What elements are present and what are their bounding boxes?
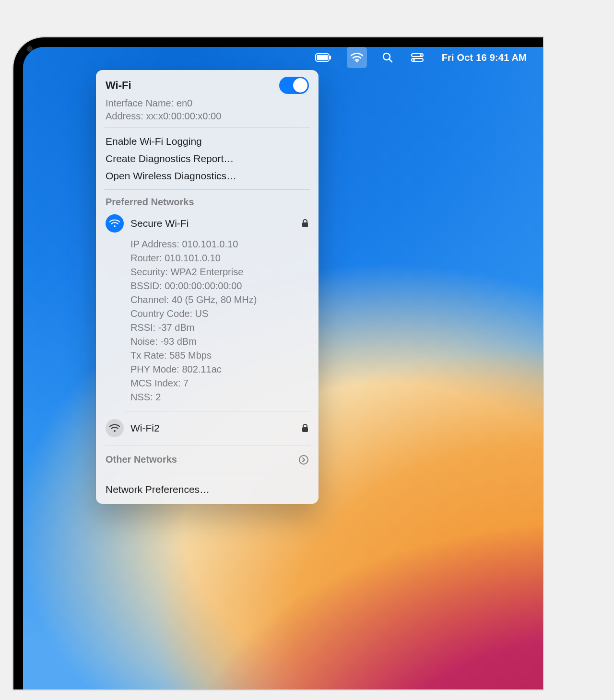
preferred-networks-label: Preferred Networks — [96, 195, 319, 211]
divider — [125, 411, 310, 411]
svg-line-5 — [389, 59, 392, 62]
network-name: Secure Wi-Fi — [130, 218, 295, 229]
divider — [105, 128, 310, 128]
wifi-status-icon[interactable] — [347, 47, 367, 68]
wifi-panel-title: Wi-Fi — [106, 79, 131, 92]
create-diagnostics-report[interactable]: Create Diagnostics Report… — [96, 150, 319, 167]
lock-icon — [301, 219, 309, 228]
other-networks[interactable]: Other Networks — [96, 450, 319, 469]
svg-point-9 — [413, 59, 415, 61]
svg-rect-13 — [302, 427, 308, 432]
divider — [105, 189, 310, 190]
svg-point-14 — [299, 455, 308, 464]
divider — [105, 445, 310, 445]
wifi-connected-icon — [106, 214, 124, 233]
other-networks-label: Other Networks — [106, 454, 177, 465]
network-row-connected[interactable]: Secure Wi-Fi — [96, 211, 319, 235]
wifi-menu-panel: Wi-Fi Interface Name: en0 Address: xx:x0… — [96, 70, 319, 504]
interface-name-row: Interface Name: en0 — [96, 97, 319, 110]
svg-point-7 — [420, 54, 422, 56]
network-details: IP Address: 010.101.0.10 Router: 010.101… — [96, 235, 319, 406]
menubar: Fri Oct 16 9:41 AM — [23, 47, 543, 68]
svg-point-3 — [356, 60, 358, 62]
menubar-datetime[interactable]: Fri Oct 16 9:41 AM — [439, 47, 530, 68]
divider — [105, 474, 310, 474]
svg-point-10 — [114, 225, 116, 227]
svg-rect-2 — [330, 56, 331, 59]
battery-status-icon[interactable] — [312, 47, 334, 68]
control-center-icon[interactable] — [408, 47, 426, 68]
spotlight-search-icon[interactable] — [379, 47, 396, 68]
network-preferences[interactable]: Network Preferences… — [96, 479, 319, 500]
svg-point-12 — [114, 430, 116, 432]
enable-wifi-logging[interactable]: Enable Wi-Fi Logging — [96, 133, 319, 150]
svg-rect-11 — [302, 222, 308, 227]
lock-icon — [301, 423, 309, 433]
wifi-icon — [106, 419, 124, 437]
open-wireless-diagnostics[interactable]: Open Wireless Diagnostics… — [96, 167, 319, 185]
chevron-right-circle-icon — [298, 455, 309, 465]
svg-rect-1 — [317, 55, 328, 60]
network-row-known[interactable]: Wi-Fi2 — [96, 416, 319, 440]
wifi-toggle[interactable] — [279, 77, 309, 94]
camera-dot — [27, 46, 33, 52]
mac-address-row: Address: xx:x0:00:00:x0:00 — [96, 110, 319, 123]
network-name: Wi-Fi2 — [130, 422, 295, 434]
